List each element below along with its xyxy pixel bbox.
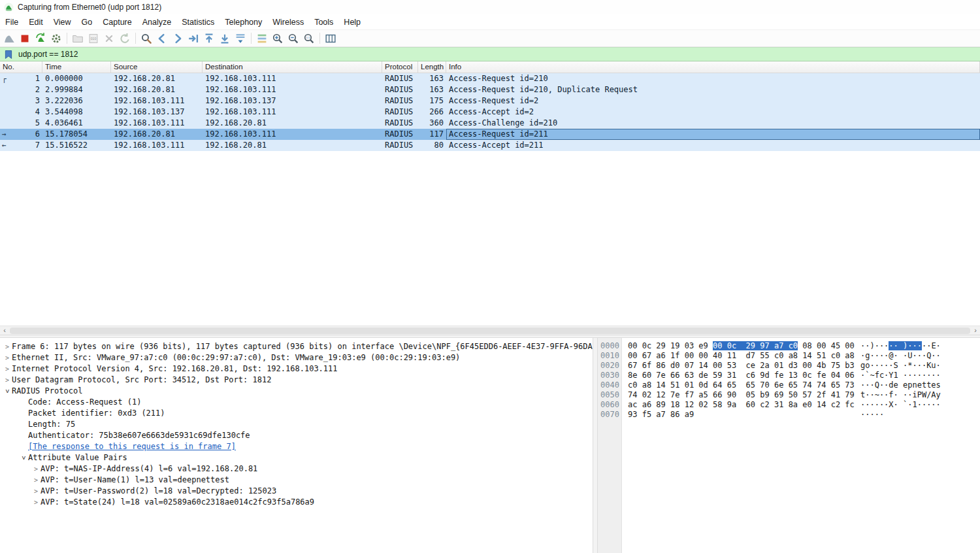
capture-options-icon[interactable] [48, 31, 64, 46]
auto-scroll-icon[interactable] [233, 31, 248, 46]
menu-help[interactable]: Help [338, 16, 366, 29]
zoom-reset-icon[interactable]: 1:1 [301, 31, 317, 46]
hex-line-0060[interactable]: 0060ac a6 89 18 12 02 58 9a 60 c2 31 8a … [598, 400, 980, 410]
packet-row-6[interactable]: →615.178054192.168.20.81192.168.103.111R… [0, 129, 980, 140]
column-header-no[interactable]: No. [0, 61, 42, 73]
stop-capture-icon[interactable] [17, 31, 33, 46]
collapse-arrow-icon[interactable]: > [18, 454, 29, 463]
related-packet-response-icon: ← [2, 140, 7, 151]
radius-packet-identifier[interactable]: >Packet identifier: 0xd3 (211) [0, 408, 593, 419]
save-file-icon[interactable]: 010 [86, 31, 101, 46]
avp-user-password[interactable]: >AVP: t=User-Password(2) l=18 val=Decryp… [0, 486, 593, 497]
radius-length-label: Length: 75 [28, 419, 75, 430]
expand-arrow-icon[interactable]: > [31, 463, 41, 475]
frame-summary[interactable]: >Frame 6: 117 bytes on wire (936 bits), … [0, 341, 593, 352]
restart-capture-icon[interactable] [33, 31, 48, 46]
detail-lines: >Frame 6: 117 bytes on wire (936 bits), … [0, 341, 593, 508]
menu-edit[interactable]: Edit [24, 16, 48, 29]
response-frame-link-label[interactable]: [The response to this request is in fram… [28, 441, 236, 452]
attribute-value-pairs[interactable]: >Attribute Value Pairs [0, 452, 593, 463]
menu-tools[interactable]: Tools [309, 16, 338, 29]
column-header-info[interactable]: Info [446, 61, 980, 73]
column-header-source[interactable]: Source [111, 61, 203, 73]
scroll-left-arrow-icon[interactable]: ‹ [0, 326, 9, 335]
packet-row-7[interactable]: ←715.516522192.168.103.111192.168.20.81R… [0, 140, 980, 151]
find-packet-icon[interactable] [139, 31, 154, 46]
avp-user-name[interactable]: >AVP: t=User-Name(1) l=13 val=deepnettes… [0, 475, 593, 486]
hex-lines: 000000 0c 29 19 03 e9 00 0c 29 97 a7 c0 … [598, 341, 980, 420]
radius-protocol[interactable]: >RADIUS Protocol [0, 386, 593, 397]
packet-row-4[interactable]: 43.544098192.168.103.137192.168.103.111R… [0, 107, 980, 118]
response-frame-link[interactable]: >[The response to this request is in fra… [0, 441, 593, 452]
scrollbar-thumb[interactable] [10, 327, 970, 334]
packet-row-5[interactable]: 54.036461192.168.103.111192.168.20.81RAD… [0, 118, 980, 129]
menu-analyze[interactable]: Analyze [137, 16, 176, 29]
column-header-destination[interactable]: Destination [203, 61, 382, 73]
hex-line-0070[interactable]: 007093 f5 a7 86 a9····· [598, 410, 980, 420]
packet-row-3[interactable]: 33.222036192.168.103.111192.168.103.137R… [0, 95, 980, 107]
packet-row-1[interactable]: ┌10.000000192.168.20.81192.168.103.111RA… [0, 73, 980, 84]
column-header-time[interactable]: Time [42, 61, 111, 73]
cell-dst: 192.168.103.111 [203, 84, 382, 95]
menu-go[interactable]: Go [76, 16, 98, 29]
avp-nas-ip-address[interactable]: >AVP: t=NAS-IP-Address(4) l=6 val=192.16… [0, 463, 593, 475]
expand-arrow-icon[interactable]: > [31, 486, 41, 497]
udp-summary[interactable]: >User Datagram Protocol, Src Port: 34512… [0, 375, 593, 386]
go-forward-icon[interactable] [170, 31, 186, 46]
colorize-packets-icon[interactable] [254, 31, 270, 46]
filter-bookmark-icon[interactable] [5, 50, 12, 59]
close-file-icon[interactable] [101, 31, 117, 46]
start-capture-icon[interactable] [1, 31, 17, 46]
column-header-protocol[interactable]: Protocol [382, 61, 418, 73]
go-first-icon[interactable] [201, 31, 217, 46]
cell-src: 192.168.103.111 [111, 118, 203, 129]
menu-view[interactable]: View [48, 16, 76, 29]
expand-arrow-icon[interactable]: > [3, 375, 12, 386]
hex-line-0040[interactable]: 0040c0 a8 14 51 01 0d 64 65 65 70 6e 65 … [598, 380, 980, 390]
hex-line-0050[interactable]: 005074 02 12 7e f7 a5 66 90 05 b9 69 50 … [598, 390, 980, 400]
packet-list-header: No.TimeSourceDestinationProtocolLengthIn… [0, 61, 980, 73]
scroll-right-arrow-icon[interactable]: › [971, 326, 980, 335]
expand-arrow-icon[interactable]: > [31, 497, 41, 508]
menu-statistics[interactable]: Statistics [176, 16, 220, 29]
hex-line-0010[interactable]: 001000 67 a6 1f 00 00 40 11 d7 55 c0 a8 … [598, 351, 980, 361]
menu-wireless[interactable]: Wireless [267, 16, 309, 29]
open-file-icon[interactable] [70, 31, 86, 46]
zoom-out-icon[interactable] [286, 31, 301, 46]
avp-state[interactable]: >AVP: t=State(24) l=18 val=02589a60c2318… [0, 497, 593, 508]
hex-offset: 0040 [598, 380, 622, 390]
cell-info: Access-Request id=210 [446, 73, 980, 84]
hex-line-0020[interactable]: 002067 6f 86 d0 07 14 00 53 ce 2a 01 d3 … [598, 361, 980, 371]
menu-file[interactable]: File [0, 16, 24, 29]
go-last-icon[interactable] [217, 31, 233, 46]
hex-line-0030[interactable]: 00308e 60 7e 66 63 de 59 31 c6 9d fe 13 … [598, 371, 980, 380]
cell-len: 163 [418, 73, 446, 84]
resize-columns-icon[interactable] [323, 31, 338, 46]
cell-len: 266 [418, 107, 446, 118]
packet-list-horizontal-scrollbar[interactable]: ‹ › [0, 326, 980, 335]
filter-bar: udp.port == 1812 [0, 47, 980, 61]
ip-summary[interactable]: >Internet Protocol Version 4, Src: 192.1… [0, 363, 593, 375]
reload-file-icon[interactable] [117, 31, 133, 46]
filter-input[interactable]: udp.port == 1812 [18, 50, 78, 59]
expand-arrow-icon[interactable]: > [31, 475, 41, 486]
zoom-in-icon[interactable] [270, 31, 286, 46]
collapse-arrow-icon[interactable]: > [2, 387, 13, 396]
related-packet-first-in-conversation-icon: ┌ [2, 73, 7, 84]
go-to-packet-icon[interactable] [186, 31, 201, 46]
hex-ascii: t··~··f· ··iPW/Ay [860, 390, 941, 400]
radius-length[interactable]: >Length: 75 [0, 419, 593, 430]
expand-arrow-icon[interactable]: > [3, 363, 12, 375]
packet-row-2[interactable]: 22.999884192.168.20.81192.168.103.111RAD… [0, 84, 980, 95]
hex-line-0000[interactable]: 000000 0c 29 19 03 e9 00 0c 29 97 a7 c0 … [598, 341, 980, 351]
menu-telephony[interactable]: Telephony [220, 16, 267, 29]
radius-authenticator[interactable]: >Authenticator: 75b38e607e6663de5931c69d… [0, 430, 593, 441]
expand-arrow-icon[interactable]: > [3, 352, 12, 363]
menu-capture[interactable]: Capture [97, 16, 137, 29]
details-hex-splitter[interactable] [593, 338, 598, 553]
radius-code[interactable]: >Code: Access-Request (1) [0, 397, 593, 408]
ethernet-summary[interactable]: >Ethernet II, Src: VMware_97:a7:c0 (00:0… [0, 352, 593, 363]
go-back-icon[interactable] [154, 31, 170, 46]
column-header-length[interactable]: Length [418, 61, 446, 73]
expand-arrow-icon[interactable]: > [3, 341, 12, 352]
